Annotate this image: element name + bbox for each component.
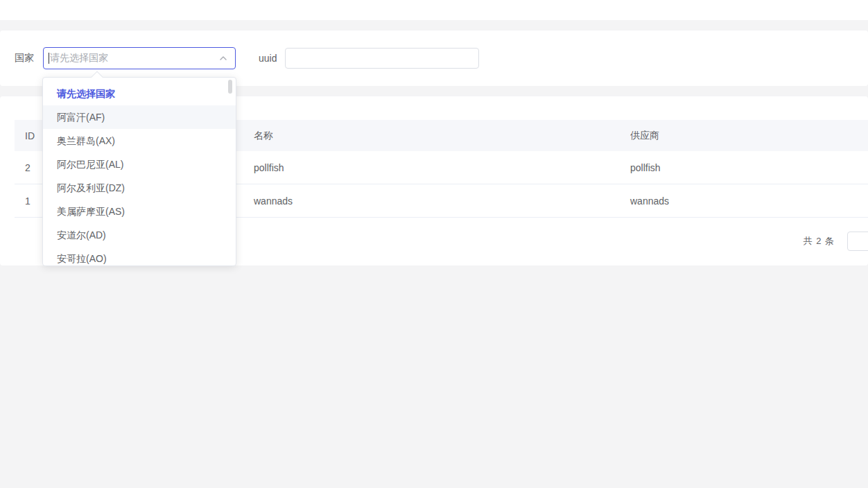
dropdown-option[interactable]: 请先选择国家 [43, 82, 236, 105]
dropdown-option[interactable]: 阿尔巴尼亚(AL) [43, 152, 236, 176]
cell-supplier: pollfish [620, 151, 868, 184]
country-select-placeholder: 请先选择国家 [50, 52, 108, 64]
dropdown-option[interactable]: 安道尔(AD) [43, 223, 236, 247]
cell-name: pollfish [243, 151, 620, 184]
uuid-input[interactable] [285, 48, 479, 69]
column-header-supplier: 供应商 [620, 120, 868, 151]
country-dropdown: 请先选择国家 阿富汗(AF) 奥兰群岛(AX) 阿尔巴尼亚(AL) 阿尔及利亚(… [42, 77, 236, 266]
top-bar [0, 0, 868, 20]
text-cursor [49, 53, 49, 64]
dropdown-option[interactable]: 阿富汗(AF) [43, 105, 236, 129]
dropdown-option[interactable]: 阿尔及利亚(DZ) [43, 176, 236, 200]
country-select[interactable]: 请先选择国家 [43, 47, 236, 69]
column-header-name: 名称 [243, 120, 620, 151]
dropdown-option[interactable]: 奥兰群岛(AX) [43, 129, 236, 152]
pagination-total: 共 2 条 [804, 235, 835, 247]
cell-name: wannads [243, 184, 620, 217]
page-size-select[interactable] [847, 232, 868, 251]
cell-supplier: wannads [620, 184, 868, 217]
dropdown-option[interactable]: 美属萨摩亚(AS) [43, 200, 236, 223]
dropdown-scrollbar[interactable] [228, 80, 232, 94]
dropdown-option[interactable]: 安哥拉(AO) [43, 247, 236, 266]
country-label: 国家 [15, 52, 34, 64]
uuid-label: uuid [259, 53, 277, 64]
chevron-up-icon[interactable] [218, 53, 228, 63]
